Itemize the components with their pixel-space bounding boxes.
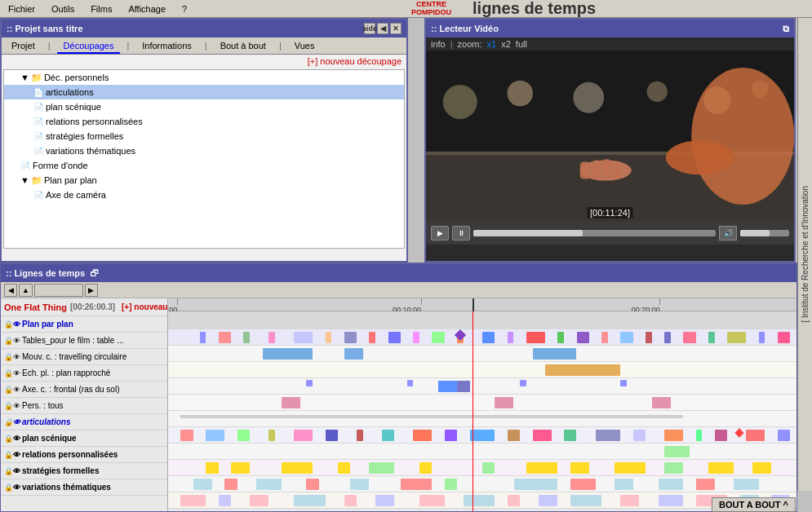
- tree-item-articulations[interactable]: 📄 articulations: [4, 85, 404, 99]
- menu-help[interactable]: ?: [174, 2, 195, 15]
- side-label-text: [ Institut de Recherche et d'Innovation: [801, 186, 810, 323]
- left-panel-titlebar: :: Projet sans titre aide ◀ ✕: [2, 20, 406, 38]
- tl-label-axe: 🔒👁 Axe. c. : frontal (ras du sol): [1, 382, 167, 398]
- timeline-ruler-and-tracks: 00:00 00:10:00 00:20:00: [168, 298, 796, 511]
- video-frame: [00:11:24]: [426, 51, 794, 222]
- tree-item-forme-donde[interactable]: 📄 Forme d'onde: [4, 158, 404, 173]
- pause-button[interactable]: ⏸: [452, 226, 470, 241]
- tree-item-plan-scenique[interactable]: 📄 plan scénique: [4, 99, 404, 114]
- menubar: Fichier Outils Films Affichage ? CENTREP…: [0, 0, 812, 18]
- svg-point-6: [647, 82, 668, 102]
- zoom-x2-btn[interactable]: x2: [501, 39, 511, 49]
- tl-scroll-bar[interactable]: [34, 284, 83, 297]
- playhead[interactable]: [473, 311, 473, 511]
- tab-projet[interactable]: Projet: [5, 39, 42, 54]
- bout-a-bout-button[interactable]: BOUT A BOUT ^: [712, 497, 796, 512]
- track-plan-scenique: [168, 444, 796, 460]
- svg-rect-12: [580, 162, 591, 179]
- tab-bout-a-bout[interactable]: Bout à bout: [214, 39, 273, 54]
- menu-outils[interactable]: Outils: [43, 2, 82, 15]
- track-strategies: [168, 476, 796, 492]
- tree-item-plan-par-plan[interactable]: ▼ 📁 Plan par plan: [4, 173, 404, 188]
- articulations-diamond: [734, 428, 743, 437]
- new-decoupage-button[interactable]: [+] nouveau découpage: [2, 55, 406, 68]
- video-expand-button[interactable]: ⧉: [783, 24, 789, 34]
- timeline-minimize-btn[interactable]: 🗗: [90, 268, 99, 278]
- tl-label-one-flat-thing: One Flat Thing [00:26:00.3] [+] nouveau …: [1, 298, 167, 316]
- minimize-button[interactable]: ◀: [377, 23, 388, 34]
- close-button[interactable]: ✕: [390, 23, 402, 34]
- left-panel-tabs: Projet | Découpages | Informations | Bou…: [2, 38, 406, 55]
- svg-rect-13: [592, 160, 601, 179]
- tl-label-articulations: 🔒👁 articulations: [1, 414, 167, 430]
- tl-label-strategies: 🔒👁 stratégies formelles: [1, 463, 167, 479]
- volume-slider[interactable]: [740, 230, 789, 236]
- timeline-panel: :: Lignes de temps 🗗 ◀ ▲ ▶ One Flat Thin…: [0, 263, 797, 512]
- timeline-title-text: :: Lignes de temps: [6, 268, 85, 278]
- tl-label-pers: 🔒👁 Pers. : tous: [1, 398, 167, 414]
- tab-vues[interactable]: Vues: [288, 39, 322, 54]
- video-info-btn[interactable]: info: [431, 39, 446, 49]
- video-player-title: :: Lecteur Vidéo: [431, 24, 783, 33]
- centre-pompidou-label: CENTREPOMPIDOU: [403, 0, 459, 18]
- volume-button[interactable]: 🔊: [719, 226, 737, 241]
- track-variations: [168, 492, 796, 509]
- video-player-panel: :: Lecteur Vidéo ⧉ info | zoom: x1 x2 fu…: [424, 18, 796, 263]
- track-diamond-marker: [455, 329, 466, 341]
- tab-informations[interactable]: Informations: [135, 39, 198, 54]
- tl-btn-triangle[interactable]: ▲: [19, 284, 33, 297]
- timeline-content: One Flat Thing [00:26:00.3] [+] nouveau …: [1, 298, 796, 511]
- tab-decoupages[interactable]: Découpages: [57, 39, 121, 54]
- svg-point-9: [691, 68, 794, 205]
- track-one-flat-thing: [168, 311, 796, 329]
- track-articulations: [168, 427, 796, 444]
- track-ech: [168, 378, 796, 395]
- timeline-labels: One Flat Thing [00:26:00.3] [+] nouveau …: [1, 298, 168, 511]
- timeline-toolbar: ◀ ▲ ▶: [1, 282, 796, 298]
- project-tree: ▼ 📁 Déc. personnels 📄 articulations 📄 pl…: [3, 69, 405, 249]
- track-relations: [168, 460, 796, 476]
- tree-item-dec-personnels[interactable]: ▼ 📁 Déc. personnels: [4, 70, 404, 85]
- tl-label-mouv: 🔒👁 Mouv. c. : travelling circulaire: [1, 349, 167, 365]
- zoom-x1-btn[interactable]: x1: [487, 39, 497, 49]
- menu-affichage[interactable]: Affichage: [120, 2, 174, 15]
- tl-label-ech: 🔒👁 Ech. pl. : plan rapproché: [1, 365, 167, 382]
- page-title: lignes de temps: [464, 0, 604, 20]
- tree-item-variations[interactable]: 📄 variations thématiques: [4, 143, 404, 158]
- tree-item-relations[interactable]: 📄 relations personnalisées: [4, 114, 404, 129]
- left-panel: :: Projet sans titre aide ◀ ✕ Projet | D…: [0, 18, 408, 263]
- svg-point-3: [443, 85, 477, 119]
- video-player-titlebar: :: Lecteur Vidéo ⧉: [426, 20, 794, 38]
- tree-item-strategies[interactable]: 📄 stratégies formelles: [4, 129, 404, 143]
- track-pers: [168, 411, 796, 427]
- aide-button[interactable]: aide: [364, 23, 375, 34]
- svg-rect-14: [602, 159, 611, 179]
- tl-new-decoupage-btn[interactable]: [+] nouveau découpage: [122, 302, 167, 311]
- tl-btn-forward[interactable]: ▶: [85, 284, 98, 297]
- progress-bar[interactable]: [473, 230, 716, 236]
- tl-label-plan-par-plan: 🔒👁 Plan par plan: [1, 316, 167, 333]
- play-button[interactable]: ▶: [431, 226, 449, 241]
- video-timestamp: [00:11:24]: [587, 207, 633, 218]
- track-axe: [168, 395, 796, 411]
- svg-point-4: [508, 81, 534, 107]
- side-label: [ Institut de Recherche et d'Innovation: [797, 18, 812, 491]
- tracks-container: [168, 311, 796, 511]
- menu-fichier[interactable]: Fichier: [0, 2, 43, 15]
- svg-rect-15: [613, 162, 622, 179]
- progress-bar-fill: [473, 230, 583, 236]
- left-panel-title-text: :: Projet sans titre: [7, 24, 364, 33]
- tl-label-plan-scenique: 🔒👁 plan scénique: [1, 430, 167, 447]
- video-controls-bar: info | zoom: x1 x2 full: [426, 38, 794, 51]
- tree-item-axe-camera[interactable]: 📄 Axe de caméra: [4, 188, 404, 202]
- timeline-titlebar: :: Lignes de temps 🗗: [1, 264, 796, 282]
- menu-films[interactable]: Films: [82, 2, 120, 15]
- video-playbar: ▶ ⏸ 🔊: [426, 222, 794, 245]
- playhead-ruler-marker: [473, 298, 474, 311]
- track-tables: [168, 346, 796, 362]
- track-mouv: [168, 362, 796, 378]
- timeline-ruler: 00:00 00:10:00 00:20:00: [168, 298, 796, 311]
- video-placeholder: [00:11:24]: [426, 51, 794, 222]
- tl-btn-back[interactable]: ◀: [4, 284, 17, 297]
- zoom-full-btn[interactable]: full: [516, 39, 527, 49]
